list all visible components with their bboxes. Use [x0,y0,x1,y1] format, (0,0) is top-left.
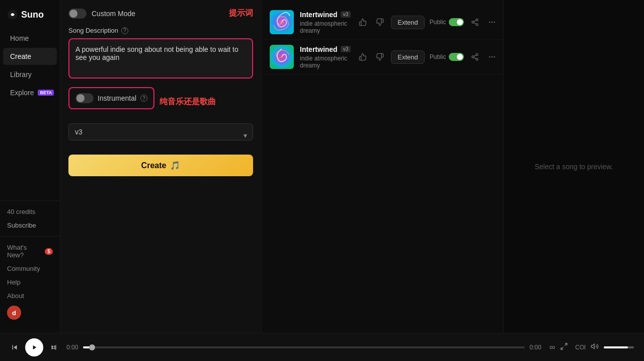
credits-display: 40 credits [0,205,60,219]
svg-point-4 [476,24,478,26]
subscribe-button[interactable]: Subscribe [0,219,60,232]
player-controls [10,338,58,356]
player-progress: 0:00 0:00 [66,344,541,351]
expand-icon[interactable] [560,342,568,352]
svg-point-8 [492,22,493,23]
sidebar-item-about[interactable]: About [0,289,60,303]
play-button[interactable] [25,338,43,356]
share-button[interactable] [469,16,481,28]
svg-point-2 [476,19,478,21]
custom-mode-label: Custom Mode [92,10,135,18]
public-label: Public [430,53,446,60]
dislike-button[interactable] [374,51,386,63]
create-button-icon: 🎵 [170,161,180,170]
public-toggle[interactable] [449,18,464,26]
loop-icon[interactable]: ∞ [549,343,555,352]
version-tag: v3 [341,46,351,52]
whats-new-badge: 5 [45,248,53,255]
song-thumbnail [270,10,294,34]
custom-mode-row: Custom Mode 提示词 [68,8,253,19]
more-button[interactable] [486,51,498,63]
instrumental-toggle[interactable] [75,93,94,103]
public-toggle-row: Public [430,18,464,26]
svg-point-11 [476,53,478,55]
home-label: Home [10,34,29,42]
svg-point-9 [494,22,496,23]
prev-button[interactable] [10,343,19,352]
preview-panel: Select a song to preview. [503,0,644,333]
svg-point-13 [476,58,478,60]
svg-line-15 [474,55,476,56]
sidebar-item-explore[interactable]: Explore BETA [3,84,57,101]
song-tags: indie atmospheric dreamy [300,55,351,69]
progress-thumb [89,344,95,350]
public-toggle[interactable] [449,53,464,61]
app-logo[interactable]: Suno [0,6,60,29]
whats-new-label: What's New? [7,244,42,259]
current-time: 0:00 [66,344,78,351]
user-avatar[interactable]: d [7,306,21,320]
song-title-row: Intertwined v3 [300,11,351,19]
instrumental-row: Instrumental ? [68,87,154,109]
sidebar-item-community[interactable]: Community [0,262,60,275]
svg-point-17 [492,56,493,58]
hint-label: 提示词 [229,8,253,19]
sidebar-bottom: 40 credits Subscribe What's New? 5 Commu… [0,200,60,327]
dislike-button[interactable] [374,16,386,28]
song-title: Intertwined [300,11,338,19]
sidebar-item-whats-new[interactable]: What's New? 5 [0,241,60,262]
next-button[interactable] [49,343,58,352]
player-bar: 0:00 0:00 ∞ COl [0,333,644,361]
custom-mode-toggle[interactable] [68,9,87,19]
progress-bar[interactable] [83,346,524,348]
song-desc-info-icon[interactable]: ? [121,27,128,34]
svg-line-20 [561,347,564,349]
table-row[interactable]: Intertwined v3 indie atmospheric dreamy [262,40,503,75]
beta-badge: BETA [38,90,54,96]
public-toggle-row: Public [430,53,464,61]
sidebar-item-create[interactable]: Create [3,48,57,65]
create-panel: Custom Mode 提示词 Song Description ? A pow… [60,0,262,333]
sidebar-item-library[interactable]: Library [3,66,57,83]
version-select[interactable]: v3 v2 v1 [68,123,253,140]
svg-point-18 [494,56,496,58]
svg-point-3 [472,21,474,23]
public-label: Public [430,19,446,26]
like-button[interactable] [357,16,369,28]
instrumental-info-icon[interactable]: ? [140,95,147,102]
share-button[interactable] [469,51,481,63]
svg-point-12 [472,56,474,58]
preview-placeholder: Select a song to preview. [535,163,613,171]
volume-slider[interactable] [604,346,634,348]
song-description-input[interactable]: A powerful indie song about not being ab… [68,38,253,79]
like-button[interactable] [357,51,369,63]
song-title: Intertwined [300,45,338,53]
instrumental-label: Instrumental [98,94,136,102]
more-button[interactable] [486,16,498,28]
extend-button[interactable]: Extend [391,16,424,29]
volume-icon[interactable] [591,342,599,352]
library-label: Library [10,70,32,79]
sidebar-nav: Home Create Library Explore BETA [0,29,60,200]
song-actions: Extend Public [357,16,498,29]
svg-point-7 [489,22,491,23]
sidebar-item-home[interactable]: Home [3,30,57,47]
sidebar-item-help[interactable]: Help [0,275,60,289]
svg-line-6 [474,20,476,22]
extend-button[interactable]: Extend [391,50,424,64]
song-desc-label-row: Song Description ? [68,27,253,34]
svg-marker-21 [591,344,594,348]
svg-line-5 [474,23,476,24]
song-title-row: Intertwined v3 [300,45,351,53]
player-right: ∞ COl [549,342,634,352]
create-button-label: Create [141,161,167,170]
version-tag: v3 [341,11,351,18]
help-label: Help [7,278,21,286]
create-button[interactable]: Create 🎵 [68,155,253,176]
chinese-hint: 纯音乐还是歌曲 [159,97,216,107]
community-label: Community [7,265,40,272]
table-row[interactable]: Intertwined v3 indie atmospheric dreamy [262,5,503,40]
logo-text: Suno [21,10,44,20]
total-time: 0:00 [530,344,541,351]
version-select-wrapper: v3 v2 v1 [68,123,253,148]
